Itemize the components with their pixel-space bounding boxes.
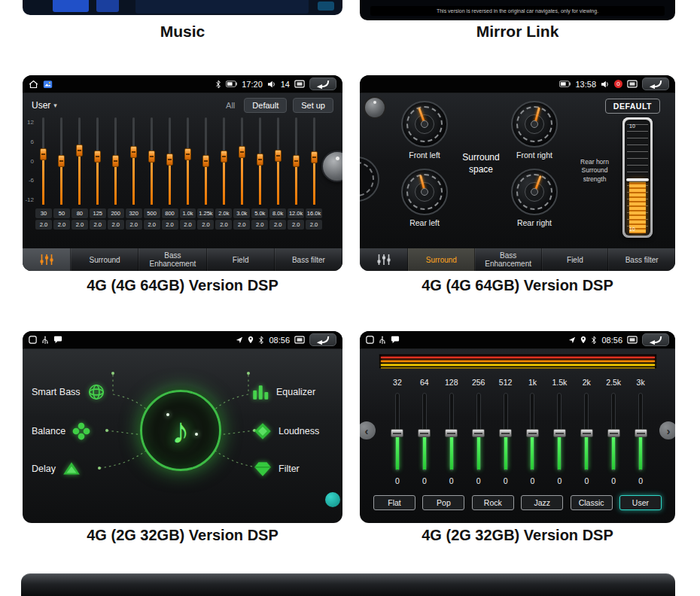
slider-handle[interactable] [635, 429, 647, 437]
slider-handle[interactable] [553, 429, 566, 437]
eq-band-slider[interactable] [384, 393, 411, 471]
eq-band[interactable]: 1k 0 [519, 378, 546, 485]
chevron-left-icon[interactable]: ‹ [360, 421, 376, 439]
eq-band[interactable]: 2k 0 [573, 378, 600, 485]
slider-handle[interactable] [58, 155, 65, 167]
slider-handle[interactable] [40, 148, 47, 160]
eq-band[interactable]: 128 0 [438, 378, 465, 485]
slider-handle[interactable] [293, 155, 300, 167]
gauge-front-left[interactable]: Front left [393, 101, 456, 160]
eq-band[interactable]: 30 2.0 [35, 117, 53, 230]
eq-band-slider[interactable] [627, 393, 654, 471]
screenshot-icon[interactable] [627, 80, 638, 88]
eq-band-slider[interactable] [35, 117, 52, 205]
tab-bass-filter[interactable]: Bass filter [608, 248, 675, 271]
eq-band-slider[interactable] [306, 117, 322, 205]
preset-user[interactable]: User [619, 495, 662, 510]
gauge-rear-right[interactable]: Rear right [503, 169, 566, 227]
eq-band-slider[interactable] [546, 393, 573, 471]
tab-field[interactable]: Field [207, 248, 275, 271]
slider-handle[interactable] [221, 151, 227, 163]
slider-handle[interactable] [94, 151, 101, 163]
eq-band-slider[interactable] [215, 117, 232, 205]
eq-band[interactable]: 200 2.0 [107, 117, 125, 230]
menu-item-delay[interactable]: Delay [32, 459, 81, 479]
menu-item-balance[interactable]: Balance [32, 421, 91, 441]
slider-handle[interactable] [202, 155, 209, 167]
eq-band-slider[interactable] [438, 393, 465, 471]
all-label[interactable]: All [226, 101, 235, 110]
default-button[interactable]: DEFAULT [605, 99, 660, 114]
slider-handle[interactable] [607, 429, 620, 437]
slider-handle[interactable] [166, 154, 173, 166]
eq-band-slider[interactable] [573, 393, 600, 471]
volume-knob[interactable] [321, 151, 342, 182]
menu-item-loudness[interactable]: Loudness [253, 421, 319, 441]
menu-item-smart-bass[interactable]: Smart Bass [32, 382, 106, 402]
eq-band[interactable]: 512 0 [492, 378, 519, 485]
eq-band[interactable]: 2.5k 0 [600, 378, 627, 485]
eq-band-slider[interactable] [197, 117, 214, 205]
eq-band-slider[interactable] [108, 117, 124, 205]
eq-band-slider[interactable] [144, 117, 160, 205]
eq-band[interactable]: 2.0k 2.0 [215, 117, 233, 230]
preset-jazz[interactable]: Jazz [521, 495, 563, 510]
eq-band[interactable]: 3.0k 2.0 [233, 117, 251, 230]
preset-classic[interactable]: Classic [571, 495, 613, 510]
slider-handle[interactable] [311, 151, 318, 163]
tab-equalizer[interactable] [23, 248, 71, 271]
slider-handle[interactable] [391, 429, 403, 437]
screenshot-icon[interactable] [294, 336, 305, 344]
strength-handle[interactable] [626, 178, 649, 181]
back-button[interactable] [309, 78, 336, 90]
slider-handle[interactable] [76, 144, 83, 157]
eq-band[interactable]: 32 0 [384, 378, 411, 485]
eq-band[interactable]: 50 2.0 [53, 117, 71, 230]
eq-band-slider[interactable] [600, 393, 627, 471]
tab-field[interactable]: Field [542, 248, 609, 271]
eq-band[interactable]: 16.0k 2.0 [305, 117, 323, 230]
eq-band-slider[interactable] [162, 117, 178, 205]
tab-surround[interactable]: Surround [408, 248, 475, 271]
back-button[interactable] [642, 333, 669, 346]
eq-band-slider[interactable] [72, 117, 88, 205]
slider-handle[interactable] [472, 429, 485, 437]
eq-band[interactable]: 80 2.0 [71, 117, 89, 230]
slider-handle[interactable] [526, 429, 539, 437]
gauge-rear-left[interactable]: Rear left [393, 169, 456, 227]
eq-band[interactable]: 3k 0 [627, 378, 654, 485]
tab-bass-filter[interactable]: Bass filter [275, 248, 342, 271]
default-button[interactable]: Default [244, 98, 287, 113]
user-preset-dropdown[interactable]: User ▾ [32, 100, 57, 111]
surround-strength-slider[interactable]: 10 10 [622, 117, 653, 238]
chevron-right-icon[interactable]: › [659, 421, 675, 439]
eq-band-slider[interactable] [90, 117, 106, 205]
slider-handle[interactable] [580, 429, 593, 437]
eq-band-slider[interactable] [492, 393, 519, 471]
eq-band[interactable]: 1.25k 2.0 [196, 117, 215, 230]
eq-band[interactable]: 500 2.0 [143, 117, 161, 230]
menu-item-equalizer[interactable]: Equalizer [251, 382, 315, 402]
slider-handle[interactable] [112, 155, 119, 167]
eq-band-slider[interactable] [233, 117, 250, 205]
eq-band[interactable]: 256 0 [465, 378, 492, 485]
tab-bass-enhancement[interactable]: Bass Enhancement [475, 248, 542, 271]
eq-band[interactable]: 125 2.0 [89, 117, 107, 230]
eq-band[interactable]: 8.0k 2.0 [269, 117, 287, 230]
screenshot-icon[interactable] [627, 336, 638, 344]
eq-band-slider[interactable] [465, 393, 492, 471]
eq-band[interactable]: 1.0k 2.0 [179, 117, 197, 230]
teal-indicator[interactable] [325, 492, 340, 507]
center-music-hub[interactable]: ♪ [140, 390, 221, 471]
back-button[interactable] [309, 333, 336, 346]
screenshot-icon[interactable] [294, 80, 305, 88]
eq-band-slider[interactable] [126, 117, 142, 205]
preset-pop[interactable]: Pop [422, 495, 464, 510]
eq-band[interactable]: 64 0 [411, 378, 438, 485]
tab-surround[interactable]: Surround [71, 248, 138, 271]
setup-button[interactable]: Set up [293, 98, 333, 113]
slider-handle[interactable] [184, 148, 191, 160]
eq-band-slider[interactable] [269, 117, 286, 205]
eq-band-slider[interactable] [519, 393, 546, 471]
eq-band[interactable]: 12.0k 2.0 [287, 117, 305, 230]
